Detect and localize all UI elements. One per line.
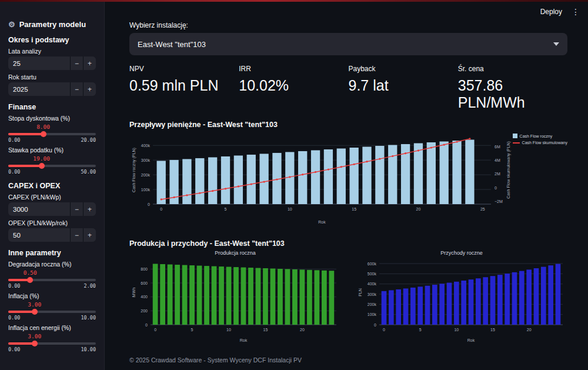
chart-legend: Cash Flow roczny Cash Flow skumulowany — [513, 134, 567, 145]
metric-label: Śr. cena — [458, 65, 567, 73]
svg-text:0: 0 — [160, 207, 162, 211]
svg-text:600: 600 — [141, 281, 148, 285]
installation-select[interactable]: East-West "tent"103 — [129, 33, 567, 55]
svg-text:10: 10 — [226, 328, 231, 332]
svg-text:20: 20 — [300, 328, 305, 332]
svg-text:300k: 300k — [368, 292, 377, 296]
lata-analizy-value[interactable]: 25 — [8, 56, 70, 70]
svg-text:400k: 400k — [368, 282, 377, 286]
sidebar: ⚙ Parametry modelu Okres i podstawy Lata… — [0, 0, 105, 370]
slider-track[interactable] — [8, 133, 96, 135]
lata-analizy-decrement-button[interactable]: − — [70, 56, 83, 70]
section-heading-capex-opex: CAPEX i OPEX — [8, 182, 96, 190]
svg-text:Cash Flow roczny (PLN): Cash Flow roczny (PLN) — [132, 148, 136, 192]
slider-track[interactable] — [8, 311, 96, 313]
app-header: Deploy ⋮ — [105, 0, 588, 20]
slider-thumb[interactable] — [27, 277, 33, 283]
section-heading-okres: Okres i podstawy — [8, 36, 96, 44]
capex-decrement-button[interactable]: − — [70, 202, 83, 216]
app-root: ⚙ Parametry modelu Okres i podstawy Lata… — [0, 0, 588, 370]
svg-text:2M: 2M — [495, 172, 500, 176]
lata-analizy-input[interactable]: 25 − + — [8, 56, 96, 70]
svg-text:200: 200 — [141, 309, 148, 313]
inflacja-slider[interactable]: 3.00 0.00 10.00 — [8, 301, 96, 321]
kebab-menu-icon[interactable]: ⋮ — [572, 8, 580, 16]
rok-startu-increment-button[interactable]: + — [83, 82, 96, 96]
rok-startu-input[interactable]: 2025 − + — [8, 82, 96, 96]
production-section-heading: Produkcja i przychody - East-West "tent"… — [129, 239, 567, 248]
rok-startu-decrement-button[interactable]: − — [70, 82, 83, 96]
production-chart[interactable]: Produkcja roczna 020040060080005101520Ro… — [129, 250, 341, 344]
opex-increment-button[interactable]: + — [83, 228, 96, 242]
slider-range-labels: 0.00 20.00 — [8, 137, 96, 143]
capex-value[interactable]: 3000 — [8, 202, 70, 216]
stopa-dyskontowa-label: Stopa dyskontowa (%) — [8, 115, 96, 122]
slider-max-label: 50.00 — [81, 169, 96, 175]
slider-thumb[interactable] — [41, 131, 46, 137]
metric-value: 0.59 mln PLN — [129, 77, 239, 94]
opex-decrement-button[interactable]: − — [70, 228, 83, 242]
svg-text:0: 0 — [154, 328, 156, 332]
svg-text:400: 400 — [141, 295, 148, 299]
capex-input[interactable]: 3000 − + — [8, 202, 96, 216]
stopa-dyskontowa-slider[interactable]: 8.00 0.00 20.00 — [8, 124, 96, 143]
slider-min-label: 0.00 — [8, 346, 20, 352]
section-heading-finanse: Finanse — [8, 103, 96, 111]
deploy-button[interactable]: Deploy — [540, 8, 562, 16]
slider-max-label: 20.00 — [81, 137, 96, 143]
revenue-chart-canvas[interactable]: 0100k200k300k400k500k600k05101520RokPLN — [356, 256, 567, 344]
svg-text:0: 0 — [145, 323, 148, 327]
slider-max-label: 2.00 — [84, 283, 96, 289]
svg-text:Cash Flow skumulowany (PLN): Cash Flow skumulowany (PLN) — [506, 141, 511, 199]
opex-value[interactable]: 50 — [8, 228, 70, 242]
slider-track[interactable] — [8, 165, 96, 167]
svg-text:600k: 600k — [368, 262, 377, 266]
legend-item-cumulative-cashflow[interactable]: Cash Flow skumulowany — [513, 141, 567, 145]
chevron-down-icon — [553, 42, 559, 46]
metric-irr: IRR 10.02% — [239, 65, 348, 111]
production-chart-title: Produkcja roczna — [129, 250, 341, 256]
inflacja-energii-slider[interactable]: 3.00 0.00 10.00 — [8, 333, 96, 352]
gear-icon: ⚙ — [8, 20, 15, 29]
slider-thumb[interactable] — [39, 163, 45, 169]
slider-track[interactable] — [8, 279, 96, 281]
slider-current-value: 3.00 — [28, 333, 41, 339]
revenue-chart[interactable]: Przychody roczne 0100k200k300k400k500k60… — [356, 250, 567, 344]
metric-payback: Payback 9.7 lat — [349, 65, 458, 111]
svg-text:15: 15 — [263, 328, 268, 332]
svg-text:0: 0 — [374, 323, 376, 327]
svg-text:20: 20 — [527, 328, 532, 332]
opex-label: OPEX (PLN/kWp/rok) — [8, 219, 96, 226]
degradacja-slider[interactable]: 0.50 0.00 2.00 — [8, 269, 96, 289]
svg-text:20: 20 — [416, 207, 421, 211]
metric-avg-price: Śr. cena 357.86 PLN/MWh — [458, 65, 567, 111]
degradacja-label: Degradacja roczna (%) — [8, 261, 96, 268]
capex-increment-button[interactable]: + — [83, 202, 96, 216]
cashflow-chart-canvas[interactable]: 0100k200k300k400k−2M02M4M6M0510152025Rok… — [129, 131, 567, 225]
sidebar-title-text: Parametry modelu — [19, 20, 86, 29]
svg-text:300k: 300k — [141, 158, 151, 162]
svg-text:0: 0 — [148, 202, 150, 206]
metric-value: 357.86 PLN/MWh — [458, 77, 567, 111]
slider-thumb[interactable] — [32, 341, 38, 346]
metric-label: NPV — [129, 65, 239, 73]
slider-thumb[interactable] — [32, 309, 38, 315]
top-decoration-bar — [0, 0, 588, 2]
slider-range-labels: 0.00 2.00 — [8, 283, 96, 289]
metric-npv: NPV 0.59 mln PLN — [129, 65, 239, 111]
legend-item-annual-cashflow[interactable]: Cash Flow roczny — [513, 134, 567, 138]
rok-startu-value[interactable]: 2025 — [8, 82, 70, 96]
main-content: Wybierz instalację: East-West "tent"103 … — [105, 20, 588, 364]
rok-startu-label: Rok startu — [8, 74, 96, 81]
cashflow-chart[interactable]: 0100k200k300k400k−2M02M4M6M0510152025Rok… — [129, 131, 567, 225]
svg-text:4M: 4M — [495, 158, 500, 162]
lata-analizy-increment-button[interactable]: + — [83, 56, 96, 70]
svg-text:500k: 500k — [368, 272, 377, 276]
sidebar-title: ⚙ Parametry modelu — [8, 20, 96, 29]
svg-text:0: 0 — [495, 186, 497, 190]
footer-text: © 2025 Crawdad Software - System Wyceny … — [129, 356, 567, 364]
opex-input[interactable]: 50 − + — [8, 228, 96, 242]
slider-track[interactable] — [8, 342, 96, 345]
stawka-podatku-slider[interactable]: 19.00 0.00 50.00 — [8, 155, 96, 175]
production-chart-canvas[interactable]: 020040060080005101520RokMWh — [129, 256, 341, 344]
